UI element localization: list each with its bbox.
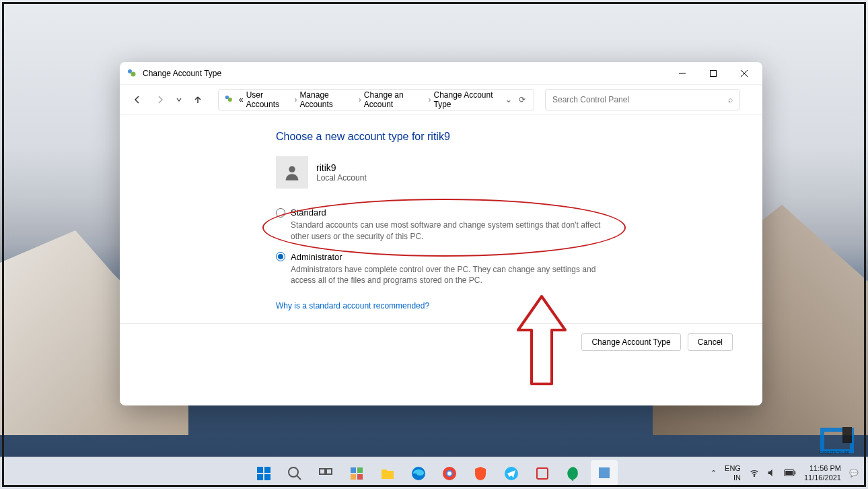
svg-rect-17: [351, 467, 356, 473]
avatar: [276, 156, 308, 189]
wifi-icon[interactable]: [749, 467, 760, 480]
svg-line-14: [297, 476, 301, 480]
breadcrumb-icon: [224, 94, 233, 105]
minimize-button[interactable]: [667, 63, 698, 84]
battery-icon[interactable]: [784, 469, 796, 478]
window-title: Change Account Type: [143, 69, 667, 78]
content-area: Choose a new account type for ritik9 rit…: [120, 115, 762, 405]
widgets-icon[interactable]: [343, 460, 370, 487]
svg-rect-19: [351, 474, 356, 480]
taskview-icon[interactable]: [312, 460, 339, 487]
svg-rect-15: [320, 469, 325, 474]
svg-point-24: [447, 471, 451, 476]
svg-point-13: [289, 467, 298, 477]
search-icon: ⌕: [728, 95, 733, 104]
svg-rect-3: [711, 70, 717, 76]
search-taskbar-icon[interactable]: [281, 460, 308, 487]
svg-rect-18: [357, 467, 363, 473]
tray-chevron-icon[interactable]: ⌃: [711, 469, 717, 478]
radio-administrator-label: Administrator: [291, 252, 342, 262]
up-button[interactable]: [188, 90, 207, 109]
tray-time[interactable]: 11:56 PM: [804, 464, 841, 473]
account-subtype: Local Account: [316, 173, 367, 183]
svg-rect-10: [264, 467, 270, 473]
svg-rect-11: [257, 474, 263, 480]
svg-rect-31: [785, 471, 793, 475]
notifications-icon[interactable]: 💬: [849, 469, 859, 478]
maximize-button[interactable]: [698, 63, 729, 84]
edge-icon[interactable]: [405, 460, 432, 487]
search-input[interactable]: [552, 95, 728, 104]
system-tray[interactable]: ⌃ ENG IN 11:56 PM 11/16/2021 💬: [711, 464, 868, 482]
snip-icon[interactable]: [529, 460, 556, 487]
svg-rect-20: [357, 474, 363, 480]
recent-dropdown[interactable]: [174, 90, 184, 109]
page-heading: Choose a new account type for ritik9: [276, 131, 653, 143]
radio-standard-label: Standard: [291, 207, 326, 218]
window-icon: [126, 68, 137, 79]
tray-lang-region: IN: [725, 474, 741, 482]
breadcrumb-prefix: «: [239, 95, 244, 104]
watermark-logo: GADGETS TO USE: [818, 427, 865, 454]
radio-standard[interactable]: [276, 208, 285, 218]
svg-point-7: [228, 97, 232, 101]
breadcrumb-item[interactable]: User Accounts: [246, 90, 292, 109]
recommended-link[interactable]: Why is a standard account recommended?: [276, 301, 429, 311]
svg-rect-33: [842, 427, 852, 443]
svg-rect-9: [257, 467, 263, 473]
forward-button[interactable]: [151, 90, 170, 109]
breadcrumb-item[interactable]: Change an Account: [364, 90, 426, 109]
settings-app-icon[interactable]: [591, 460, 618, 487]
start-button[interactable]: [250, 460, 277, 487]
taskbar[interactable]: ⌃ ENG IN 11:56 PM 11/16/2021 💬: [0, 457, 868, 489]
control-panel-window: Change Account Type « User Accounts › Ma…: [120, 62, 762, 405]
explorer-icon[interactable]: [374, 460, 401, 487]
chevron-right-icon: ›: [294, 95, 297, 104]
chevron-right-icon: ›: [428, 95, 431, 104]
radio-administrator[interactable]: [276, 252, 285, 261]
search-box[interactable]: ⌕: [545, 89, 740, 110]
cancel-button[interactable]: Cancel: [688, 333, 733, 351]
radio-standard-desc: Standard accounts can use most software …: [291, 220, 614, 242]
account-name: ritik9: [316, 162, 367, 173]
svg-point-28: [754, 476, 754, 476]
titlebar[interactable]: Change Account Type: [120, 62, 762, 85]
brave-icon[interactable]: [467, 460, 494, 487]
breadcrumb-item[interactable]: Change Account Type: [433, 90, 503, 109]
option-standard[interactable]: Standard Standard accounts can use most …: [276, 207, 653, 242]
chrome-icon[interactable]: [436, 460, 463, 487]
hangouts-icon[interactable]: [560, 460, 587, 487]
svg-rect-27: [599, 467, 610, 478]
nav-toolbar: « User Accounts › Manage Accounts › Chan…: [120, 85, 762, 115]
breadcrumb[interactable]: « User Accounts › Manage Accounts › Chan…: [218, 89, 534, 110]
svg-point-1: [131, 71, 136, 76]
back-button[interactable]: [128, 90, 147, 109]
radio-administrator-desc: Administrators have complete control ove…: [291, 264, 614, 287]
account-info: ritik9 Local Account: [276, 156, 653, 189]
svg-rect-16: [326, 469, 332, 474]
chevron-down-icon[interactable]: ⌄: [505, 95, 512, 104]
tray-date: 11/16/2021: [804, 474, 841, 482]
breadcrumb-item[interactable]: Manage Accounts: [299, 90, 355, 109]
svg-text:GADGETS TO USE: GADGETS TO USE: [820, 451, 850, 454]
refresh-icon[interactable]: ⟳: [519, 95, 526, 104]
svg-point-8: [289, 166, 295, 172]
change-account-type-button[interactable]: Change Account Type: [581, 333, 680, 351]
svg-rect-12: [264, 474, 270, 480]
telegram-icon[interactable]: [498, 460, 525, 487]
svg-rect-26: [537, 468, 548, 479]
volume-icon[interactable]: [766, 467, 777, 480]
svg-rect-30: [795, 471, 796, 474]
option-administrator[interactable]: Administrator Administrators have comple…: [276, 252, 653, 287]
close-button[interactable]: [729, 63, 760, 84]
chevron-right-icon: ›: [359, 95, 361, 104]
tray-lang[interactable]: ENG: [725, 464, 741, 473]
